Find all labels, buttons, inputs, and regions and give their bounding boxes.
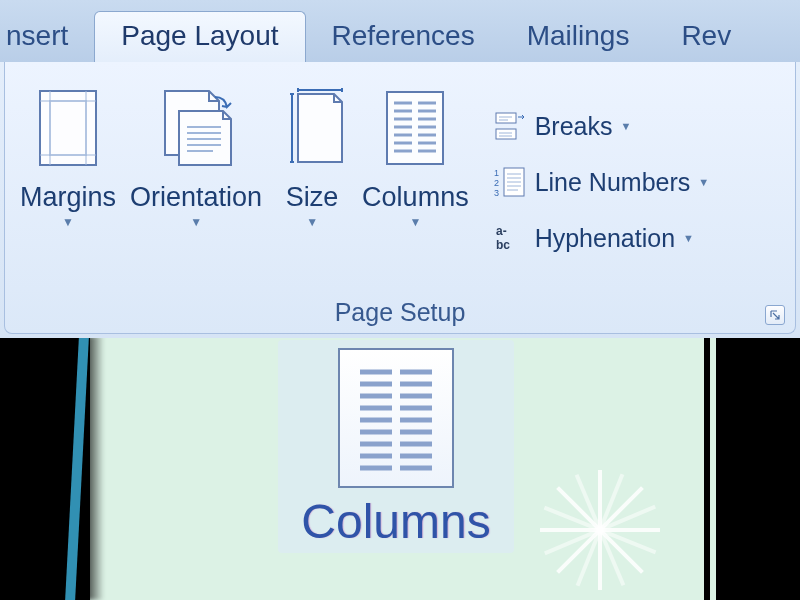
svg-text:3: 3 <box>494 188 499 198</box>
chevron-down-icon: ▼ <box>698 176 709 188</box>
breaks-button[interactable]: Breaks ▼ <box>488 105 715 147</box>
svg-text:bc: bc <box>496 238 510 252</box>
ribbon-page-setup-group: Margins ▼ <box>4 62 796 334</box>
breaks-label: Breaks <box>535 112 613 141</box>
chevron-down-icon: ▼ <box>409 215 421 229</box>
ribbon-tab-strip: nsert Page Layout References Mailings Re… <box>0 0 800 62</box>
columns-icon <box>384 75 446 180</box>
chevron-down-icon: ▼ <box>190 215 202 229</box>
chevron-down-icon: ▼ <box>306 215 318 229</box>
slide-background: Columns <box>0 338 800 600</box>
size-label: Size <box>286 182 339 213</box>
orientation-label: Orientation <box>130 182 262 213</box>
margins-button[interactable]: Margins ▼ <box>17 72 119 230</box>
columns-callout-label: Columns <box>278 494 514 549</box>
svg-rect-0 <box>40 91 96 165</box>
margins-icon <box>38 75 98 180</box>
chevron-down-icon: ▼ <box>62 215 74 229</box>
line-numbers-label: Line Numbers <box>535 168 691 197</box>
tab-mailings[interactable]: Mailings <box>501 12 656 62</box>
line-numbers-button[interactable]: 1 2 3 Line Numbers ▼ <box>488 161 715 203</box>
group-title: Page Setup <box>5 294 795 333</box>
svg-text:2: 2 <box>494 178 499 188</box>
size-icon <box>276 75 348 180</box>
tab-review[interactable]: Rev <box>655 12 737 62</box>
hyphenation-icon: a- bc <box>493 220 529 256</box>
columns-label: Columns <box>362 182 469 213</box>
hyphenation-label: Hyphenation <box>535 224 675 253</box>
line-numbers-icon: 1 2 3 <box>493 164 529 200</box>
tab-insert[interactable]: nsert <box>0 12 94 62</box>
orientation-button[interactable]: Orientation ▼ <box>127 72 265 230</box>
margins-label: Margins <box>20 182 116 213</box>
tab-page-layout[interactable]: Page Layout <box>94 11 305 62</box>
hyphenation-button[interactable]: a- bc Hyphenation ▼ <box>488 217 715 259</box>
chevron-down-icon: ▼ <box>620 120 631 132</box>
columns-callout: Columns <box>278 340 514 553</box>
svg-text:1: 1 <box>494 168 499 178</box>
svg-rect-32 <box>496 113 516 123</box>
breaks-icon <box>493 108 529 144</box>
columns-button[interactable]: Columns ▼ <box>359 72 472 230</box>
columns-icon <box>338 348 454 488</box>
tab-references[interactable]: References <box>306 12 501 62</box>
svg-text:a-: a- <box>496 224 507 238</box>
page-setup-dialog-launcher[interactable] <box>765 305 785 325</box>
chevron-down-icon: ▼ <box>683 232 694 244</box>
orientation-icon <box>159 75 233 180</box>
size-button[interactable]: Size ▼ <box>273 72 351 230</box>
svg-rect-33 <box>496 129 516 139</box>
